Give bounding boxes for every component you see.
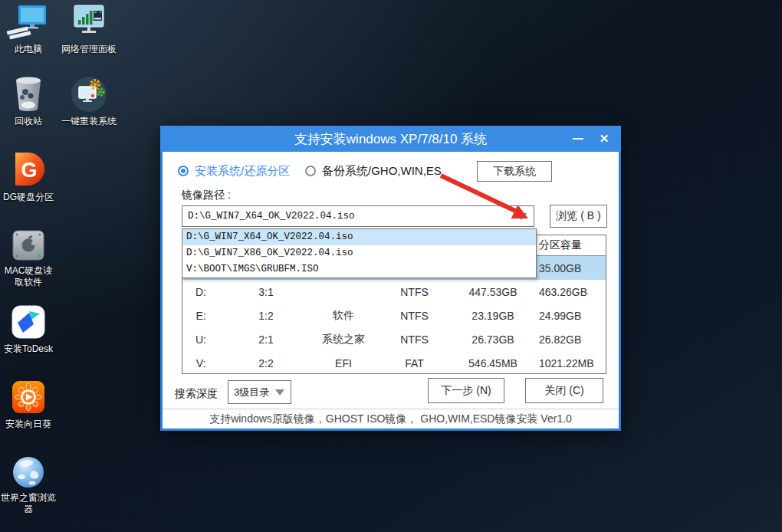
- search-depth-value: 3级目录: [234, 386, 269, 399]
- desktop-icon-label: MAC硬盘读取软件: [1, 265, 56, 288]
- radio-backup-label: 备份系统/GHO,WIN,ES: [322, 164, 442, 179]
- image-path-dropdown-list: D:\G_WIN7_X64_OK_V2022.04.iso D:\G_WIN7_…: [182, 228, 537, 278]
- radio-backup[interactable]: 备份系统/GHO,WIN,ES: [305, 163, 442, 179]
- table-row[interactable]: D: 3:1 NTFS 447.53GB 463.26GB: [182, 280, 606, 304]
- desktop-icon-label: 一键重装系统: [61, 116, 117, 127]
- desktop-icon-label: 安装向日葵: [5, 419, 51, 430]
- desktop-icon-world-window-browser[interactable]: 世界之窗浏览器: [1, 454, 56, 515]
- desktop-icon-recycle-bin[interactable]: 回收站: [1, 74, 56, 127]
- desktop-icon-dg-partition[interactable]: G DG硬盘分区: [1, 150, 56, 203]
- combo-dropdown-icon[interactable]: [516, 213, 527, 220]
- desktop-icon-label: 世界之窗浏览器: [1, 492, 56, 515]
- dg-partition-icon: G: [8, 150, 48, 190]
- svg-text:G: G: [21, 159, 37, 182]
- status-text: 支持windows原版镜像，GHOST ISO镜像， GHO,WIM,ESD镜像…: [209, 412, 572, 426]
- minimize-icon: [573, 138, 583, 140]
- image-path-value: D:\G_WIN7_X64_OK_V2022.04.iso: [188, 211, 355, 222]
- image-path-combobox[interactable]: D:\G_WIN7_X64_OK_V2022.04.iso: [182, 205, 534, 227]
- minimize-button[interactable]: [566, 126, 590, 152]
- desktop-icon-mac-disk-reader[interactable]: MAC硬盘读取软件: [1, 228, 56, 288]
- desktop: { "desktop": { "icons": [ {"label": "此电脑…: [0, 0, 782, 532]
- desktop-icon-install-sunflower[interactable]: 安装向日葵: [1, 379, 56, 430]
- chevron-down-icon: [275, 389, 284, 396]
- close-dialog-button[interactable]: 关闭 (C): [525, 378, 603, 403]
- search-depth-select[interactable]: 3级目录: [228, 380, 291, 404]
- radio-unselected-icon[interactable]: [305, 166, 316, 176]
- image-path-label: 镜像路径 :: [182, 189, 231, 202]
- close-button[interactable]: ✕: [592, 126, 616, 152]
- next-button[interactable]: 下一步 (N): [428, 378, 504, 403]
- dropdown-item-selected[interactable]: D:\G_WIN7_X64_OK_V2022.04.iso: [182, 229, 536, 245]
- network-panel-icon: [68, 4, 110, 42]
- one-key-reinstall-icon: [69, 74, 109, 114]
- desktop-icon-label: 网络管理面板: [61, 44, 117, 55]
- radio-install-restore[interactable]: 安装系统/还原分区: [178, 163, 290, 179]
- desktop-icon-label: 安装ToDesk: [4, 343, 53, 355]
- close-icon: ✕: [600, 132, 610, 146]
- search-depth-label: 搜索深度: [175, 387, 218, 401]
- dialog-titlebar[interactable]: 支持安装windows XP/7/8/10 系统 ✕: [160, 126, 621, 152]
- desktop-icon-install-todesk[interactable]: 安装ToDesk: [1, 304, 56, 355]
- desktop-icon-network-panel[interactable]: 网络管理面板: [60, 4, 118, 55]
- this-pc-icon: [6, 4, 51, 42]
- browse-button[interactable]: 浏览 ( B ): [550, 205, 607, 228]
- table-row[interactable]: E: 1:2 软件 NTFS 23.19GB 24.99GB: [182, 304, 606, 327]
- installer-dialog: 支持安装windows XP/7/8/10 系统 ✕ 安装系统/还原分区 备份系…: [160, 126, 621, 431]
- table-row[interactable]: U: 2:1 系统之家 NTFS 26.73GB 26.82GB: [182, 327, 606, 351]
- radio-install-label: 安装系统/还原分区: [195, 164, 290, 179]
- download-system-button[interactable]: 下载系统: [477, 161, 552, 182]
- desktop-icon-one-key-reinstall[interactable]: 一键重装系统: [60, 74, 118, 127]
- install-todesk-icon: [8, 304, 48, 342]
- table-row[interactable]: V: 2:2 EFI FAT 546.45MB 1021.22MB: [182, 351, 606, 375]
- world-window-browser-icon: [8, 454, 48, 491]
- dialog-title: 支持安装windows XP/7/8/10 系统: [160, 130, 621, 148]
- capacity-header: 分区容量: [531, 238, 607, 252]
- dropdown-item[interactable]: D:\G_WIN7_X86_OK_V2022.04.iso: [182, 245, 536, 261]
- radio-selected-icon[interactable]: [178, 166, 189, 176]
- desktop-icon-this-pc[interactable]: 此电脑: [1, 4, 56, 55]
- desktop-icon-label: 回收站: [15, 116, 42, 127]
- status-bar: 支持windows原版镜像，GHOST ISO镜像， GHO,WIM,ESD镜像…: [163, 409, 619, 429]
- mac-disk-reader-icon: [8, 228, 48, 264]
- dropdown-item[interactable]: V:\BOOT\IMGS\GRUBFM.ISO: [182, 261, 536, 277]
- dialog-body: 安装系统/还原分区 备份系统/GHO,WIN,ES 下载系统 镜像路径 : D:…: [160, 152, 621, 431]
- recycle-bin-icon: [8, 74, 48, 114]
- install-sunflower-icon: [8, 379, 48, 417]
- desktop-icon-label: DG硬盘分区: [3, 192, 54, 203]
- desktop-icon-label: 此电脑: [15, 44, 42, 55]
